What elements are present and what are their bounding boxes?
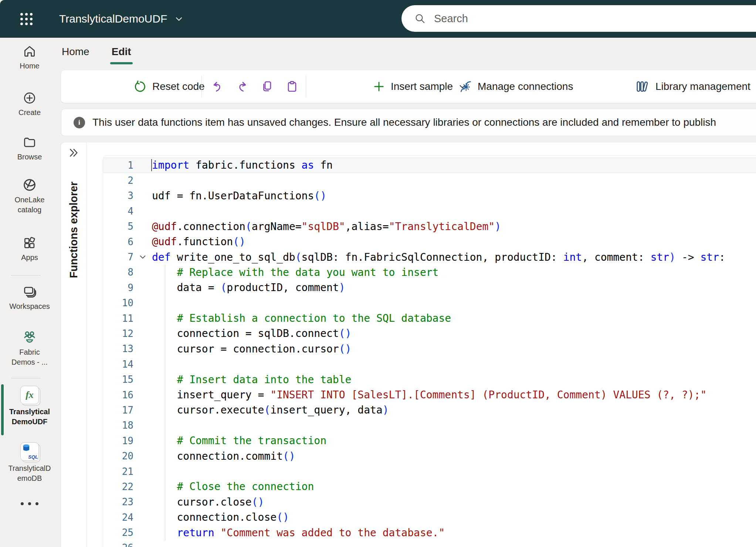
code-text: connection = sqlDB.connect() [152,327,351,340]
code-line-11[interactable]: 11 # Establish a connection to the SQL d… [103,311,756,326]
code-text: cursor = connection.cursor() [152,343,351,355]
sqldb-icon: SQL [20,442,39,461]
people-icon [22,329,37,345]
undo-button[interactable] [212,70,224,103]
code-line-20[interactable]: 20 connection.commit() [103,448,756,463]
code-editor[interactable]: 1import fabric.functions as fn23udf = fn… [103,155,756,547]
tab-edit[interactable]: Edit [111,44,132,59]
code-line-21[interactable]: 21 [103,464,756,479]
create-icon [23,91,37,105]
code-text: # Establish a connection to the SQL data… [152,312,451,324]
sidebar-item-label: TranslyticalDemoUDF [9,407,50,427]
ribbon-tabs: HomeEdit [61,41,132,62]
code-text: import fabric.functions as fn [152,159,333,171]
sidebar-item-create[interactable]: Create [0,91,59,118]
insert-sample-button[interactable]: Insert sample [373,70,467,103]
code-line-3[interactable]: 3udf = fn.UserDataFunctions() [103,188,756,203]
rail-divider [11,378,41,378]
indent-guide [165,265,165,540]
top-bar: TranslyticalDemoUDF Search [0,0,756,38]
sidebar-item-label: Apps [21,253,38,263]
sidebar-item-label: FabricDemos - ... [11,347,48,367]
manage-connections-label: Manage connections [478,81,573,92]
code-text: cursor.close() [152,496,264,508]
code-line-12[interactable]: 12 connection = sqlDB.connect() [103,326,756,341]
code-line-1[interactable]: 1import fabric.functions as fn [103,158,756,173]
code-line-15[interactable]: 15 # Insert data into the table [103,372,756,387]
line-number: 15 [103,374,133,385]
code-line-10[interactable]: 10 [103,296,756,311]
copy-icon [261,80,273,93]
reset-code-button[interactable]: Reset code [134,70,205,103]
code-line-24[interactable]: 24 connection.close() [103,510,756,525]
code-line-22[interactable]: 22 # Close the connection [103,479,756,494]
code-line-9[interactable]: 9 data = (productID, comment) [103,280,756,295]
line-number: 12 [103,328,133,339]
code-line-23[interactable]: 23 cursor.close() [103,494,756,510]
app-title: TranslyticalDemoUDF [59,13,167,25]
sidebar-item-label: Workspaces [9,301,50,311]
item-title-menu[interactable]: TranslyticalDemoUDF [59,0,183,38]
code-line-14[interactable]: 14 [103,357,756,372]
redo-button[interactable] [235,70,248,103]
code-line-19[interactable]: 19 # Commit the transaction [103,433,756,448]
selected-indicator [1,384,4,435]
sidebar-item-workspaces[interactable]: Workspaces [0,284,59,311]
undo-icon [212,81,224,93]
sidebar-item-label: OneLakecatalog [14,195,44,215]
workspaces-icon [22,284,37,299]
code-line-17[interactable]: 17 cursor.execute(insert_query, data) [103,402,756,418]
paste-button[interactable] [286,70,298,103]
code-line-26[interactable]: 26 [103,540,756,547]
sidebar-item-browse[interactable]: Browse [0,135,59,162]
code-panel: Functions explorer 1import fabric.functi… [61,142,756,547]
code-line-5[interactable]: 5@udf.connection(argName="sqlDB",alias="… [103,219,756,234]
sidebar-item-home[interactable]: Home [0,44,59,71]
code-line-4[interactable]: 4 [103,203,756,219]
line-number: 23 [103,496,133,507]
code-line-2[interactable]: 2 [103,173,756,188]
code-line-13[interactable]: 13 cursor = connection.cursor() [103,341,756,357]
code-text: # Close the connection [152,480,314,493]
udf-icon: fx [20,386,39,404]
sidebar-item-onelake[interactable]: OneLakecatalog [0,178,59,215]
library-management-button[interactable]: Library management [635,70,750,103]
line-number: 1 [103,160,133,171]
sidebar-item-apps[interactable]: Apps [0,236,59,263]
sidebar-item-udf[interactable]: fxTranslyticalDemoUDF [0,386,59,427]
code-line-18[interactable]: 18 [103,418,756,433]
sidebar-item-people[interactable]: FabricDemos - ... [0,329,59,367]
plus-icon [373,80,385,93]
paste-icon [286,80,298,93]
rail-divider [11,275,41,276]
fold-chevron-icon[interactable] [133,253,152,261]
search-placeholder: Search [434,13,468,25]
code-line-8[interactable]: 8 # Replace with the data you want to in… [103,265,756,280]
onelake-icon [22,178,37,192]
manage-connections-button[interactable]: Manage connections [459,70,573,103]
line-number: 4 [103,206,133,217]
waffle-menu-icon[interactable] [19,12,34,26]
expand-panel-icon[interactable] [68,148,79,158]
line-number: 11 [103,313,133,324]
code-line-6[interactable]: 6@udf.function() [103,234,756,249]
search-input[interactable]: Search [401,5,756,32]
line-number: 7 [103,251,133,263]
functions-explorer-title[interactable]: Functions explorer [61,165,86,295]
copy-button[interactable] [261,70,273,103]
code-line-7[interactable]: 7def write_one_to_sql_db(sqlDB: fn.Fabri… [103,249,756,264]
line-number: 3 [103,190,133,201]
fx-glyph: fx [21,386,38,404]
code-line-25[interactable]: 25 return "Comment was added to the data… [103,525,756,540]
sidebar-more-button[interactable] [0,502,59,505]
code-line-16[interactable]: 16 insert_query = "INSERT INTO [SalesLT]… [103,387,756,402]
ribbon-toolbar: Reset code Insert s [61,70,756,103]
chevron-down-icon [174,14,183,23]
home-icon [23,44,37,58]
search-icon [414,13,426,24]
line-number: 24 [103,512,133,523]
toolbar-separator [306,76,306,97]
sidebar-item-sqldb[interactable]: SQLTranslyticalDemoDB [0,442,59,483]
tab-home[interactable]: Home [61,44,90,59]
connections-gear-icon [459,80,472,93]
